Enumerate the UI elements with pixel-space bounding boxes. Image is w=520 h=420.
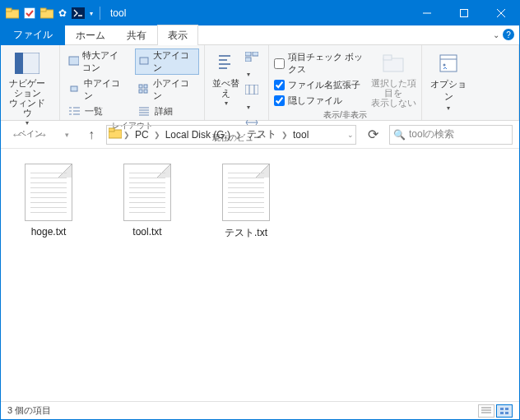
svg-rect-22 bbox=[440, 55, 457, 72]
address-bar[interactable]: ❯ PC❯ Local Disk (G:)❯ テスト❯ tool ⌄ bbox=[106, 125, 356, 145]
file-name: テスト.txt bbox=[225, 226, 267, 240]
layout-extra-large[interactable]: 特大アイコン bbox=[65, 48, 130, 75]
text-file-icon bbox=[222, 164, 270, 221]
minimize-button[interactable] bbox=[408, 1, 445, 25]
file-name: hoge.txt bbox=[31, 226, 67, 238]
hide-selected-button[interactable]: 選択した項目を 表示しない bbox=[370, 48, 416, 108]
file-name: tool.txt bbox=[132, 226, 161, 238]
address-dropdown-icon[interactable]: ⌄ bbox=[347, 131, 354, 139]
window-title: tool bbox=[110, 7, 408, 19]
svg-rect-13 bbox=[144, 85, 147, 88]
crumb-disk[interactable]: Local Disk (G:) bbox=[162, 129, 234, 141]
folder-qat-icon[interactable] bbox=[40, 7, 53, 19]
qat-dropdown-icon[interactable]: ▾ bbox=[90, 10, 93, 17]
file-list[interactable]: hoge.txt tool.txt テスト.txt bbox=[1, 149, 519, 401]
svg-rect-8 bbox=[15, 53, 23, 74]
ribbon-tabs: ファイル ホーム 共有 表示 ⌄ ? bbox=[1, 25, 519, 45]
crumb-tool[interactable]: tool bbox=[290, 129, 312, 141]
add-columns-icon[interactable]: ▾ bbox=[245, 83, 263, 113]
svg-rect-28 bbox=[500, 412, 504, 414]
tab-view[interactable]: 表示 bbox=[157, 25, 198, 45]
close-button[interactable] bbox=[482, 1, 519, 25]
svg-rect-10 bbox=[140, 58, 148, 64]
svg-rect-5 bbox=[72, 7, 85, 19]
forward-button[interactable]: → bbox=[32, 125, 52, 145]
svg-point-23 bbox=[443, 64, 446, 67]
text-file-icon bbox=[123, 164, 171, 221]
icons-view-button[interactable] bbox=[496, 404, 513, 418]
title-bar: ✿ ▾ tool bbox=[1, 1, 519, 25]
search-placeholder: toolの検索 bbox=[409, 127, 454, 141]
group-label-showhide: 表示/非表示 bbox=[274, 108, 416, 121]
layout-large[interactable]: 大アイコン bbox=[135, 48, 200, 75]
refresh-button[interactable]: ⟳ bbox=[361, 125, 384, 145]
svg-rect-2 bbox=[25, 8, 35, 18]
crumb-pc[interactable]: PC bbox=[132, 129, 152, 141]
svg-rect-18 bbox=[245, 58, 251, 62]
search-box[interactable]: 🔍 toolの検索 bbox=[389, 125, 513, 145]
check-item-checkboxes[interactable]: 項目チェック ボックス bbox=[274, 50, 367, 76]
explorer-window: ✿ ▾ tool ファイル ホーム 共有 表示 ⌄ ? ナビゲーション ウィンド… bbox=[0, 0, 520, 420]
help-icon[interactable]: ? bbox=[503, 29, 514, 40]
layout-list[interactable]: 一覧 bbox=[65, 104, 130, 118]
sort-button[interactable]: 並べ替え ▾ bbox=[210, 48, 242, 107]
item-count: 3 個の項目 bbox=[7, 404, 51, 417]
svg-rect-11 bbox=[71, 86, 77, 91]
maximize-button[interactable] bbox=[445, 1, 482, 25]
file-item[interactable]: tool.txt bbox=[114, 164, 180, 238]
navigation-pane-button[interactable]: ナビゲーション ウィンドウ ▾ bbox=[6, 48, 49, 127]
svg-rect-14 bbox=[139, 90, 142, 93]
layout-medium[interactable]: 中アイコン bbox=[65, 76, 130, 103]
svg-rect-1 bbox=[6, 8, 12, 12]
details-view-button[interactable] bbox=[478, 404, 494, 418]
powershell-icon[interactable] bbox=[72, 7, 85, 19]
options-button[interactable]: オプション ▾ bbox=[427, 48, 470, 112]
back-button[interactable]: ← bbox=[7, 125, 27, 145]
svg-rect-15 bbox=[144, 90, 147, 93]
layout-small[interactable]: 小アイコン bbox=[135, 76, 200, 103]
svg-rect-21 bbox=[383, 55, 392, 60]
tab-file[interactable]: ファイル bbox=[1, 24, 65, 45]
crumb-test[interactable]: テスト bbox=[244, 127, 280, 141]
svg-rect-6 bbox=[460, 10, 467, 17]
check-hidden-files[interactable]: 隠しファイル bbox=[274, 94, 367, 108]
search-icon: 🔍 bbox=[393, 129, 406, 141]
tab-share[interactable]: 共有 bbox=[116, 25, 157, 45]
check-file-extensions[interactable]: ファイル名拡張子 bbox=[274, 78, 367, 92]
svg-rect-4 bbox=[40, 8, 46, 12]
svg-rect-25 bbox=[109, 128, 114, 132]
group-by-icon[interactable]: ▾ bbox=[245, 50, 263, 80]
checkbox-icon[interactable] bbox=[24, 7, 35, 19]
recent-dropdown[interactable]: ▾ bbox=[57, 125, 77, 145]
layout-details[interactable]: 詳細 bbox=[135, 104, 200, 118]
svg-rect-12 bbox=[139, 85, 142, 88]
up-button[interactable]: ↑ bbox=[81, 125, 101, 145]
svg-rect-16 bbox=[245, 52, 251, 56]
gear-icon[interactable]: ✿ bbox=[58, 7, 67, 19]
svg-rect-29 bbox=[505, 412, 508, 414]
chevron-down-icon[interactable]: ⌄ bbox=[493, 30, 499, 39]
status-bar: 3 個の項目 bbox=[1, 401, 519, 419]
svg-rect-26 bbox=[500, 408, 504, 410]
svg-rect-9 bbox=[69, 57, 79, 65]
text-file-icon bbox=[25, 164, 72, 221]
folder-icon bbox=[6, 7, 19, 19]
folder-icon bbox=[109, 127, 122, 141]
svg-rect-19 bbox=[245, 85, 258, 95]
svg-rect-17 bbox=[253, 52, 258, 56]
nav-row: ← → ▾ ↑ ❯ PC❯ Local Disk (G:)❯ テスト❯ tool… bbox=[1, 121, 519, 149]
tab-home[interactable]: ホーム bbox=[65, 25, 116, 45]
svg-rect-27 bbox=[505, 408, 508, 410]
file-item[interactable]: テスト.txt bbox=[213, 164, 279, 240]
ribbon: ナビゲーション ウィンドウ ▾ ペイン 特大アイコン 大アイコン 中アイコン 小… bbox=[1, 45, 519, 121]
file-item[interactable]: hoge.txt bbox=[16, 164, 81, 238]
